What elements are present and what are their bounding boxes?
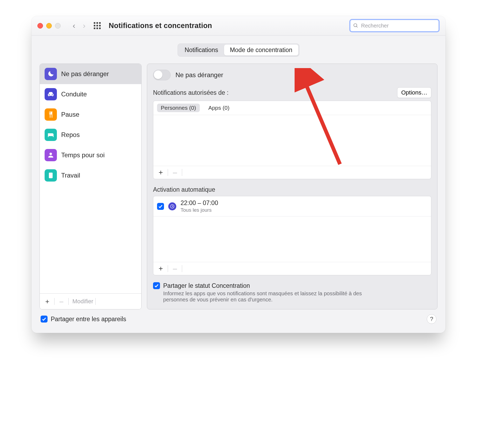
automatic-activation-heading: Activation automatique	[153, 186, 215, 193]
window-title: Notifications et concentration	[109, 22, 212, 30]
check-icon	[42, 317, 46, 321]
schedule-remove-button[interactable]: –	[170, 265, 180, 272]
sidebar-remove-button[interactable]: –	[57, 297, 66, 306]
sidebar-item-label: Travail	[61, 172, 80, 179]
sidebar-add-button[interactable]: +	[42, 297, 52, 306]
sidebar-item-moon[interactable]: Ne pas déranger	[40, 64, 141, 84]
schedule-row[interactable]: 22:00 – 07:00 Tous les jours	[153, 196, 431, 217]
options-button[interactable]: Options…	[397, 87, 431, 98]
schedule-enabled-checkbox[interactable]	[157, 203, 164, 210]
nav-forward-button[interactable]: ›	[80, 22, 88, 29]
svg-rect-3	[50, 174, 52, 175]
dnd-toggle-label: Ne pas déranger	[175, 71, 223, 79]
bed-icon	[45, 129, 57, 141]
schedule-sub: Tous les jours	[181, 207, 218, 213]
dnd-toggle[interactable]	[153, 70, 171, 80]
share-status-title: Partager le statut Concentration	[163, 282, 366, 289]
sidebar-item-label: Ne pas déranger	[61, 70, 109, 78]
allowed-rows	[153, 115, 431, 166]
allowed-listbox: Personnes (0) Apps (0) + –	[153, 101, 431, 179]
check-icon	[158, 204, 163, 209]
show-all-prefs-button[interactable]	[94, 22, 101, 29]
clock-icon	[168, 202, 176, 210]
tab-focus[interactable]: Mode de concentration	[224, 45, 298, 56]
utensils-icon	[45, 108, 57, 121]
search-field-wrapper[interactable]	[349, 19, 440, 32]
sidebar-item-car[interactable]: Conduite	[40, 84, 141, 104]
share-devices-label: Partager entre les appareils	[51, 316, 126, 323]
schedule-time: 22:00 – 07:00	[181, 199, 218, 207]
tabs-segmented: Notifications Mode de concentration	[178, 44, 299, 57]
chip-people[interactable]: Personnes (0)	[157, 104, 200, 112]
share-status-desc: Informez les apps que vos notifications …	[163, 290, 366, 303]
titlebar: ‹ › Notifications et concentration	[32, 16, 445, 36]
sidebar-item-label: Temps pour soi	[61, 151, 105, 159]
allowed-add-button[interactable]: +	[156, 169, 166, 176]
schedule-add-button[interactable]: +	[156, 265, 166, 272]
sidebar-item-utensils[interactable]: Pause	[40, 104, 141, 125]
sidebar-item-label: Repos	[61, 131, 80, 139]
schedule-empty-rows	[153, 217, 431, 262]
car-icon	[45, 88, 57, 100]
allowed-notifications-heading: Notifications autorisées de :	[153, 89, 229, 96]
sidebar-item-bed[interactable]: Repos	[40, 125, 141, 145]
sidebar-item-label: Conduite	[61, 91, 87, 98]
minimize-window-button[interactable]	[46, 23, 52, 29]
sidebar-item-label: Pause	[61, 111, 79, 118]
sidebar-item-badge[interactable]: Travail	[40, 165, 141, 186]
allowed-remove-button[interactable]: –	[170, 169, 180, 176]
badge-icon	[45, 169, 57, 182]
zoom-window-button[interactable]	[55, 23, 61, 29]
sidebar-footer: + – Modifier	[40, 293, 141, 309]
share-devices-checkbox[interactable]	[41, 316, 48, 323]
svg-point-0	[354, 24, 357, 27]
search-icon	[353, 23, 358, 28]
svg-line-1	[357, 26, 358, 27]
window-controls	[37, 23, 61, 29]
tab-notifications[interactable]: Notifications	[179, 45, 224, 56]
check-icon	[154, 283, 159, 288]
sidebar-edit-button[interactable]: Modifier	[72, 298, 93, 305]
moon-icon	[45, 68, 57, 80]
close-window-button[interactable]	[37, 23, 43, 29]
focus-detail-panel: Ne pas déranger Notifications autorisées…	[147, 64, 437, 309]
schedule-listbox: 22:00 – 07:00 Tous les jours + –	[153, 196, 431, 275]
svg-rect-2	[49, 173, 53, 178]
person-icon	[45, 149, 57, 161]
focus-sidebar: Ne pas dérangerConduitePauseReposTemps p…	[40, 64, 142, 309]
share-status-checkbox[interactable]	[153, 282, 160, 289]
preferences-window: ‹ › Notifications et concentration Notif…	[32, 16, 445, 333]
chip-apps[interactable]: Apps (0)	[205, 104, 233, 112]
sidebar-item-person[interactable]: Temps pour soi	[40, 145, 141, 165]
help-button[interactable]: ?	[427, 314, 436, 324]
nav-back-button[interactable]: ‹	[70, 22, 78, 29]
search-input[interactable]	[361, 22, 436, 29]
